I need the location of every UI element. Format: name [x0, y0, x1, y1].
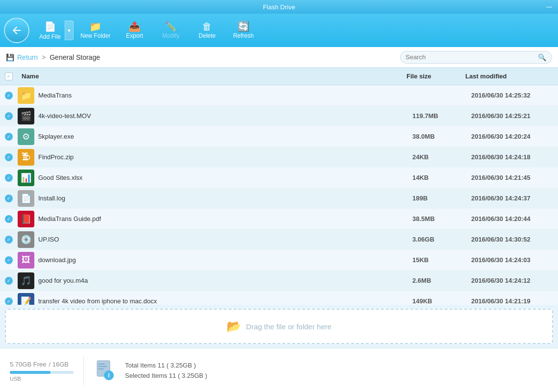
drag-label: Drag the file or folder here	[246, 322, 331, 331]
delete-icon: 🗑	[202, 22, 212, 31]
table-row[interactable]: 🎬 4k-video-test.MOV 119.7MB 2016/06/30 1…	[0, 106, 558, 126]
current-path: General Storage	[50, 53, 100, 61]
svg-rect-3	[98, 368, 104, 369]
row-checkbox[interactable]	[0, 215, 18, 223]
file-icon: 📄	[18, 190, 34, 207]
row-checkbox[interactable]	[0, 297, 18, 305]
table-row[interactable]: ⚙ 5kplayer.exe 38.0MB 2016/06/30 14:20:2…	[0, 126, 558, 147]
row-checkbox[interactable]	[0, 92, 18, 99]
table-row[interactable]: 📁 MediaTrans 2016/06/30 14:25:32	[0, 85, 558, 106]
file-icon: 🎵	[18, 272, 34, 289]
table-row[interactable]: 📕 MediaTrans Guide.pdf 38.5MB 2016/06/30…	[0, 209, 558, 229]
free-space: 5.70GB Free / 16GB	[10, 359, 74, 369]
export-icon: 📤	[128, 22, 141, 31]
export-label: Export	[126, 32, 143, 39]
row-checkbox[interactable]	[0, 256, 18, 264]
delete-label: Delete	[199, 32, 216, 39]
path-separator: >	[42, 53, 46, 61]
search-icon[interactable]: 🔍	[538, 53, 546, 61]
app-title: Flash Drive	[263, 3, 295, 11]
refresh-button[interactable]: 🔄 Refresh	[226, 19, 260, 42]
file-icon: 💿	[18, 231, 34, 248]
file-modified: 2016/06/30 14:21:19	[467, 297, 558, 305]
modify-button[interactable]: ✏️ Modify	[153, 19, 188, 42]
file-icon: 📝	[18, 293, 34, 305]
svg-text:i: i	[108, 372, 109, 379]
file-size: 38.5MB	[408, 215, 467, 222]
add-file-label: Add File	[39, 33, 61, 40]
modify-label: Modify	[162, 32, 179, 39]
toolbar: 📄 Add File ▼ 📁 New Folder 📤 Export ✏️ Mo…	[0, 14, 558, 47]
file-modified: 2016/06/30 14:24:12	[467, 277, 558, 284]
file-name: FindProc.zip	[38, 153, 408, 161]
file-icon: 📕	[18, 211, 34, 227]
file-name: download.jpg	[38, 256, 408, 264]
file-size: 38.0MB	[408, 133, 467, 140]
selected-items: Selected Items 11 ( 3.25GB )	[125, 372, 207, 379]
file-name: good for you.m4a	[38, 277, 408, 284]
row-checkbox[interactable]	[0, 236, 18, 244]
table-row[interactable]: 🎵 good for you.m4a 2.6MB 2016/06/30 14:2…	[0, 270, 558, 291]
refresh-icon: 🔄	[237, 22, 250, 31]
file-icon: 🖼	[18, 252, 34, 269]
select-all-check[interactable]	[0, 73, 18, 80]
table-row[interactable]: 🗜 FindProc.zip 24KB 2016/06/30 14:24:18	[0, 147, 558, 168]
name-column-header: Name	[18, 73, 403, 80]
summary-text: Total Items 11 ( 3.25GB ) Selected Items…	[125, 362, 207, 379]
drive-icon: 💾	[6, 53, 14, 61]
delete-button[interactable]: 🗑 Delete	[190, 19, 224, 42]
free-space-value: 5.70GB Free	[10, 361, 46, 368]
file-name: transfer 4k video from iphone to mac.doc…	[38, 297, 408, 305]
new-folder-button[interactable]: 📁 New Folder	[76, 19, 115, 42]
file-modified: 2016/06/30 14:30:52	[467, 236, 558, 243]
file-size: 14KB	[408, 174, 467, 181]
file-name: MediaTrans	[38, 92, 408, 99]
storage-bar-fill	[10, 371, 51, 374]
size-column-header: File size	[403, 73, 461, 80]
svg-rect-2	[98, 366, 107, 367]
file-name: MediaTrans Guide.pdf	[38, 215, 408, 222]
row-checkbox[interactable]	[0, 153, 18, 161]
storage-info: 5.70GB Free / 16GB USB	[10, 359, 74, 382]
row-checkbox[interactable]	[0, 195, 18, 202]
add-file-dropdown[interactable]: ▼	[65, 21, 74, 40]
export-button[interactable]: 📤 Export	[117, 19, 152, 42]
row-checkbox[interactable]	[0, 174, 18, 182]
file-icon: 🎬	[18, 108, 34, 124]
file-name: 5kplayer.exe	[38, 133, 408, 140]
row-checkbox[interactable]	[0, 133, 18, 141]
total-capacity: / 16GB	[49, 361, 68, 368]
close-button[interactable]: —	[546, 3, 552, 10]
table-row[interactable]: 📄 Install.log 189B 2016/06/30 14:24:37	[0, 188, 558, 209]
table-header: Name File size Last modified	[0, 68, 558, 85]
file-size: 149KB	[408, 297, 467, 305]
file-icon: ⚙	[18, 128, 34, 145]
return-link[interactable]: 💾 Return	[6, 53, 38, 61]
table-row[interactable]: 📝 transfer 4k video from iphone to mac.d…	[0, 291, 558, 305]
file-modified: 2016/06/30 14:21:45	[467, 174, 558, 181]
file-size: 119.7MB	[408, 112, 467, 120]
file-modified: 2016/06/30 14:25:21	[467, 112, 558, 120]
file-modified: 2016/06/30 14:24:18	[467, 153, 558, 161]
drag-folder-icon: 📂	[227, 319, 241, 333]
row-checkbox[interactable]	[0, 112, 18, 120]
search-input[interactable]	[406, 53, 538, 61]
svg-rect-1	[98, 364, 105, 365]
file-size: 189B	[408, 195, 467, 202]
table-row[interactable]: 📊 Good Sites.xlsx 14KB 2016/06/30 14:21:…	[0, 168, 558, 188]
table-row[interactable]: 💿 UP.ISO 3.06GB 2016/06/30 14:30:52	[0, 229, 558, 250]
summary-icon: i	[94, 360, 115, 381]
file-icon: 📊	[18, 170, 34, 186]
file-name: Good Sites.xlsx	[38, 174, 408, 181]
file-modified: 2016/06/30 14:20:44	[467, 215, 558, 222]
drag-drop-area[interactable]: 📂 Drag the file or folder here	[5, 309, 553, 344]
row-checkbox[interactable]	[0, 277, 18, 285]
table-row[interactable]: 🖼 download.jpg 15KB 2016/06/30 14:24:03	[0, 250, 558, 270]
file-modified: 2016/06/30 14:25:32	[467, 92, 558, 99]
return-label: Return	[17, 53, 38, 61]
refresh-label: Refresh	[233, 32, 254, 39]
title-bar: Flash Drive —	[0, 0, 558, 14]
back-button[interactable]	[4, 18, 29, 43]
add-file-button[interactable]: 📄 Add File	[35, 18, 65, 43]
modify-icon: ✏️	[165, 22, 177, 31]
